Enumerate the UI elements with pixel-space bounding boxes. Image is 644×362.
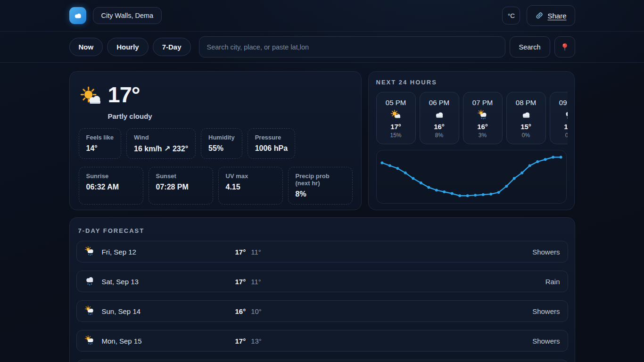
current-conditions-card: 17° Partly cloudy Feels like 14° Wind 16…: [69, 71, 362, 210]
forecast-row-fri[interactable]: Fri, Sep 12 17° 11° Showers: [76, 241, 568, 263]
hour-chip[interactable]: 09 PM 14° 0%: [550, 92, 568, 144]
hour-weather-icon: [434, 109, 445, 120]
stat-wind: Wind 16 km/h ↗ 232°: [126, 128, 196, 159]
current-weather-icon: [80, 82, 102, 110]
stat-humidity: Humidity 55%: [201, 128, 242, 159]
app-header: City Walls, Dema °C Share: [0, 0, 644, 32]
hourly-strip[interactable]: 05 PM 17° 15% 06 PM 16° 8% 07 PM 16° 3%: [376, 92, 568, 144]
stat-sunrise: Sunrise 06:32 AM: [79, 167, 143, 205]
forecast-condition: Rain: [545, 278, 560, 286]
forecast-low-temp: 11°: [251, 278, 261, 286]
forecast-high-temp: 16°: [235, 307, 246, 315]
main-content: 17° Partly cloudy Feels like 14° Wind 16…: [69, 71, 575, 362]
forecast-day-label: Sun, Sep 14: [102, 307, 235, 315]
forecast-low-temp: 10°: [251, 307, 262, 315]
seven-day-forecast-title: 7-DAY FORECAST: [78, 227, 568, 234]
forecast-row-sat[interactable]: Sat, Sep 13 17° 11° Rain: [76, 271, 568, 292]
forecast-row-mon[interactable]: Mon, Sep 15 17° 13° Showers: [76, 330, 568, 352]
forecast-low-temp: 13°: [251, 337, 262, 345]
hour-weather-icon: [564, 109, 568, 120]
forecast-high-temp: 17°: [235, 248, 246, 256]
next-24-hours-title: NEXT 24 HOURS: [376, 79, 567, 86]
hour-weather-icon: [520, 109, 531, 120]
current-condition-label: Partly cloudy: [108, 112, 352, 120]
hourly-temp-chart: [376, 150, 567, 204]
unit-toggle-button[interactable]: °C: [502, 7, 520, 25]
share-button[interactable]: Share: [527, 5, 575, 26]
forecast-day-label: Mon, Sep 15: [102, 337, 235, 345]
stat-pressure: Pressure 1006 hPa: [248, 128, 295, 159]
hour-weather-icon: [477, 109, 488, 120]
stat-feels-like: Feels like 14°: [79, 128, 122, 159]
seven-day-forecast-card: 7-DAY FORECAST Fri, Sep 12 17° 11° Showe…: [69, 217, 575, 362]
tab-7day[interactable]: 7-Day: [153, 38, 191, 56]
stat-precip-prob: Precip prob (next hr) 8%: [288, 167, 353, 205]
stat-sunset: Sunset 07:28 PM: [149, 167, 213, 205]
hour-weather-icon: [390, 109, 401, 120]
forecast-high-temp: 17°: [235, 337, 246, 345]
tab-hourly[interactable]: Hourly: [107, 38, 149, 56]
forecast-high-temp: 17°: [235, 278, 246, 286]
nav-bar: Now Hourly 7-Day Search: [0, 32, 644, 63]
next-24-hours-card: NEXT 24 HOURS 05 PM 17° 15% 06 PM 16° 8%…: [368, 71, 575, 210]
forecast-condition: Showers: [532, 337, 560, 345]
forecast-day-label: Fri, Sep 12: [102, 248, 235, 256]
current-temperature: 17°: [108, 82, 140, 107]
hour-chip[interactable]: 08 PM 15° 0%: [506, 92, 546, 144]
forecast-condition: Showers: [532, 248, 560, 256]
day-weather-icon: [84, 335, 96, 346]
forecast-row-partial[interactable]: [76, 360, 568, 362]
hour-chip[interactable]: 05 PM 17° 15%: [376, 92, 416, 144]
link-icon: [535, 11, 544, 20]
day-weather-icon: [84, 305, 96, 317]
stat-uv-max: UV max 4.15: [218, 167, 283, 205]
logo-cloud-icon: [73, 10, 83, 21]
use-my-location-button[interactable]: [554, 36, 575, 58]
search-input[interactable]: [199, 36, 505, 58]
temp-trend-line: [377, 150, 566, 203]
round-pushpin-icon: [560, 42, 570, 52]
forecast-low-temp: 11°: [251, 248, 261, 256]
share-label: Share: [547, 12, 566, 20]
app-logo: [69, 7, 86, 24]
day-weather-icon: [84, 246, 96, 257]
location-pill[interactable]: City Walls, Dema: [93, 7, 162, 24]
hour-chip[interactable]: 06 PM 16° 8%: [420, 92, 459, 144]
forecast-condition: Showers: [532, 307, 560, 315]
tab-now[interactable]: Now: [69, 38, 103, 56]
forecast-row-sun[interactable]: Sun, Sep 14 16° 10° Showers: [76, 300, 568, 322]
day-weather-icon: [84, 276, 96, 287]
forecast-day-label: Sat, Sep 13: [102, 278, 235, 286]
hour-chip[interactable]: 07 PM 16° 3%: [463, 92, 503, 144]
search-button[interactable]: Search: [510, 36, 550, 58]
